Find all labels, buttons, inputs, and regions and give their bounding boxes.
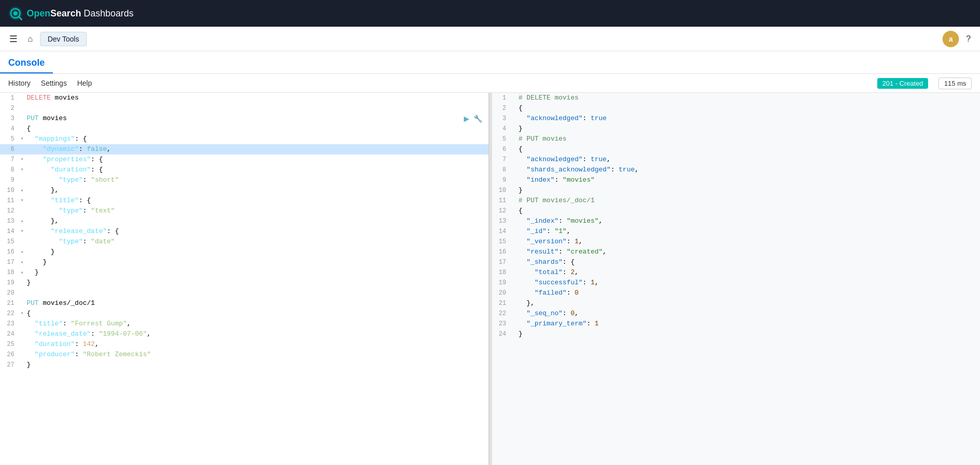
output-line-number: 21: [492, 298, 511, 308]
code-content: "type": "short": [26, 175, 488, 185]
fold-indicator[interactable]: ▴: [18, 267, 26, 278]
editor-line-6[interactable]: 6 "dynamic": false,: [0, 144, 488, 154]
code-content: "release_date": "1994-07-06",: [26, 329, 488, 339]
line-number: 16: [0, 247, 18, 257]
home-button[interactable]: ⌂: [25, 31, 36, 47]
editor-line-11[interactable]: 11▾ "title": {: [0, 196, 488, 206]
output-line-number: 19: [492, 278, 511, 288]
editor-line-10[interactable]: 10▴ },: [0, 185, 488, 196]
status-badge: 201 - Created: [877, 78, 929, 89]
editor-line-27[interactable]: 27}: [0, 360, 488, 370]
code-content: "mappings": {: [26, 134, 488, 144]
fold-indicator[interactable]: ▾: [18, 154, 26, 165]
code-content: "properties": {: [26, 154, 488, 165]
fold-indicator[interactable]: ▾: [18, 196, 26, 206]
editor-line-4[interactable]: 4{: [0, 124, 488, 134]
line-number: 26: [0, 350, 18, 360]
editor-line-15[interactable]: 15 "type": "date": [0, 237, 488, 247]
output-code-content: "shards_acknowledged": true,: [518, 165, 981, 175]
editor-line-13[interactable]: 13▴ },: [0, 216, 488, 226]
output-line-4: 4}: [492, 124, 981, 134]
editor-line-24[interactable]: 24 "release_date": "1994-07-06",: [0, 329, 488, 339]
fold-indicator[interactable]: ▴: [18, 257, 26, 267]
line-number: 11: [0, 196, 18, 206]
editor-line-18[interactable]: 18▴ }: [0, 267, 488, 278]
output-line-1: 1# DELETE movies: [492, 93, 981, 103]
editor-line-1[interactable]: 1DELETE movies: [0, 93, 488, 103]
help-button[interactable]: ?: [963, 31, 974, 47]
output-line-number: 15: [492, 237, 511, 247]
output-code-content: "_shards": {: [518, 257, 981, 267]
output-code-content: "_version": 1,: [518, 237, 981, 247]
editor-line-22[interactable]: 22▾{: [0, 308, 488, 319]
code-content: {: [26, 308, 488, 319]
output-line-number: 12: [492, 206, 511, 216]
run-button[interactable]: ▶: [463, 113, 470, 124]
code-content: },: [26, 216, 488, 226]
editor-line-21[interactable]: 21PUT movies/_doc/1: [0, 298, 488, 308]
code-content: PUT movies/_doc/1: [26, 298, 488, 308]
editor-line-7[interactable]: 7▾ "properties": {: [0, 154, 488, 165]
output-code-content: }: [518, 329, 981, 339]
output-line-number: 2: [492, 103, 511, 113]
help-menu-item[interactable]: Help: [77, 77, 92, 89]
editor-line-17[interactable]: 17▴ }: [0, 257, 488, 267]
editor-line-23[interactable]: 23 "title": "Forrest Gump",: [0, 319, 488, 329]
editor-line-16[interactable]: 16▴ }: [0, 247, 488, 257]
history-menu-item[interactable]: History: [8, 77, 31, 89]
line-number: 12: [0, 206, 18, 216]
output-line-number: 24: [492, 329, 511, 339]
output-code-content: # PUT movies/_doc/1: [518, 196, 981, 206]
fold-indicator[interactable]: ▴: [18, 247, 26, 257]
code-content: }: [26, 278, 488, 288]
output-pane: 1# DELETE movies2{3 "acknowledged": true…: [492, 93, 981, 465]
output-code-content: "_index": "movies",: [518, 216, 981, 226]
output-line-20: 20 "failed": 0: [492, 288, 981, 298]
fold-indicator[interactable]: ▴: [18, 185, 26, 196]
line-number: 19: [0, 278, 18, 288]
fold-indicator[interactable]: ▾: [18, 308, 26, 319]
output-line-number: 22: [492, 308, 511, 319]
fold-indicator[interactable]: ▾: [18, 226, 26, 237]
code-content: "release_date": {: [26, 226, 488, 237]
editor-line-26[interactable]: 26 "producer": "Robert Zemeckis": [0, 350, 488, 360]
hamburger-menu-button[interactable]: ☰: [6, 30, 21, 48]
output-line-11: 11# PUT movies/_doc/1: [492, 196, 981, 206]
wrench-button[interactable]: 🔧: [473, 113, 483, 124]
logo-open: Open: [27, 8, 50, 18]
output-line-number: 4: [492, 124, 511, 134]
code-content: "type": "text": [26, 206, 488, 216]
editor-line-2[interactable]: 2: [0, 103, 488, 113]
line-number: 18: [0, 267, 18, 278]
code-content: "duration": 142,: [26, 339, 488, 350]
editor-line-5[interactable]: 5▾ "mappings": {: [0, 134, 488, 144]
console-header-wrap: Console: [0, 51, 980, 74]
line-number: 6: [0, 144, 18, 154]
editor-line-9[interactable]: 9 "type": "short": [0, 175, 488, 185]
settings-menu-item[interactable]: Settings: [41, 77, 67, 89]
code-content: {: [26, 124, 488, 134]
devtools-button[interactable]: Dev Tools: [40, 32, 87, 46]
output-line-19: 19 "successful": 1,: [492, 278, 981, 288]
fold-indicator[interactable]: ▾: [18, 165, 26, 175]
output-line-8: 8 "shards_acknowledged": true,: [492, 165, 981, 175]
line-number: 13: [0, 216, 18, 226]
editor-line-14[interactable]: 14▾ "release_date": {: [0, 226, 488, 237]
avatar[interactable]: a: [943, 31, 959, 47]
editor-line-19[interactable]: 19}: [0, 278, 488, 288]
logo-dashboards: Dashboards: [81, 8, 134, 18]
output-code-content: }: [518, 124, 981, 134]
editor-line-8[interactable]: 8▾ "duration": {: [0, 165, 488, 175]
time-badge: 115 ms: [938, 78, 972, 89]
output-code-content: {: [518, 206, 981, 216]
editor-line-12[interactable]: 12 "type": "text": [0, 206, 488, 216]
toolbar: ☰ ⌂ Dev Tools a ?: [0, 27, 980, 51]
editor-line-20[interactable]: 20: [0, 288, 488, 298]
output-line-number: 1: [492, 93, 511, 103]
editor-pane[interactable]: 1DELETE movies23PUT movies▶🔧4{5▾ "mappin…: [0, 93, 489, 465]
line-number: 21: [0, 298, 18, 308]
fold-indicator[interactable]: ▾: [18, 134, 26, 144]
svg-point-2: [13, 11, 17, 15]
fold-indicator[interactable]: ▴: [18, 216, 26, 226]
editor-line-25[interactable]: 25 "duration": 142,: [0, 339, 488, 350]
